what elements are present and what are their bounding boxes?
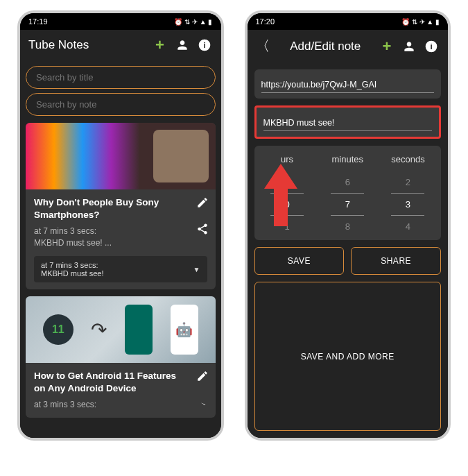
seconds-column[interactable]: seconds 2 3 4 bbox=[378, 148, 438, 237]
time-picker: urs 71 0 1 minutes 6 7 8 seconds 2 3 4 bbox=[254, 146, 442, 240]
header: 〈 Add/Edit note + i bbox=[248, 30, 449, 62]
status-time: 17:19 bbox=[28, 17, 48, 26]
chevron-down-icon[interactable]: ▼ bbox=[193, 266, 200, 273]
search-group bbox=[26, 66, 216, 116]
info-icon[interactable]: i bbox=[423, 38, 440, 55]
header: Tube Notes + i bbox=[20, 30, 221, 60]
picker-value: 1 bbox=[270, 216, 304, 237]
svg-text:i: i bbox=[203, 40, 205, 49]
picker-label: minutes bbox=[331, 148, 363, 171]
search-note-input[interactable] bbox=[26, 93, 216, 116]
video-thumbnail bbox=[26, 123, 216, 189]
picker-value-selected: 7 bbox=[331, 193, 364, 216]
android-icon: 🤖 bbox=[171, 305, 198, 355]
status-icons: ⏰ ⇅ ✈ ▲ ▮ bbox=[401, 18, 440, 26]
note-card[interactable]: 11 ↷ 🤖 How to Get Android 11 Features on… bbox=[26, 296, 216, 418]
arrow-icon: ↷ bbox=[91, 318, 107, 341]
picker-label: urs bbox=[281, 148, 293, 171]
phone-illustration bbox=[125, 305, 153, 355]
phone-left: 17:19 ⏰ ⇅ ✈ ▲ ▮ Tube Notes + i Why Don't… bbox=[17, 10, 224, 441]
status-time: 17:20 bbox=[256, 17, 275, 26]
card-meta: at 7 mins 3 secs: MKBHD must see! ... bbox=[34, 226, 207, 249]
url-input[interactable] bbox=[261, 80, 435, 93]
person-icon[interactable] bbox=[401, 38, 417, 55]
content-right: urs 71 0 1 minutes 6 7 8 seconds 2 3 4 S… bbox=[248, 62, 449, 438]
picker-value: 71 bbox=[270, 171, 304, 193]
save-and-add-more-button[interactable]: SAVE AND ADD MORE bbox=[254, 282, 442, 431]
share-icon[interactable] bbox=[196, 223, 209, 235]
picker-value-selected: 0 bbox=[270, 193, 304, 216]
card-title: Why Don't People Buy Sony Smartphones? bbox=[34, 196, 207, 221]
status-bar: 17:19 ⏰ ⇅ ✈ ▲ ▮ bbox=[20, 13, 221, 30]
app-title: Tube Notes bbox=[28, 38, 146, 52]
picker-value: 2 bbox=[391, 171, 424, 193]
picker-value: 4 bbox=[391, 216, 424, 237]
card-meta: at 3 mins 3 secs: bbox=[34, 399, 207, 411]
save-button[interactable]: SAVE bbox=[254, 247, 345, 275]
video-thumbnail: 11 ↷ 🤖 bbox=[26, 296, 216, 363]
phone-right: 17:20 ⏰ ⇅ ✈ ▲ ▮ 〈 Add/Edit note + i urs … bbox=[245, 10, 451, 441]
content-left: Why Don't People Buy Sony Smartphones? a… bbox=[20, 60, 221, 438]
svg-text:i: i bbox=[430, 42, 432, 51]
minutes-column[interactable]: minutes 6 7 8 bbox=[318, 148, 378, 237]
note-pill[interactable]: at 7 mins 3 secs: MKBHD must see! ▼ bbox=[34, 256, 207, 282]
screen-title: Add/Edit note bbox=[278, 40, 374, 53]
person-icon[interactable] bbox=[174, 37, 191, 53]
circle-icon: 11 bbox=[43, 314, 73, 345]
url-input-box bbox=[254, 69, 442, 99]
picker-value-selected: 3 bbox=[391, 193, 424, 216]
info-icon[interactable]: i bbox=[196, 37, 213, 53]
back-icon[interactable]: 〈 bbox=[256, 37, 270, 56]
status-bar: 17:20 ⏰ ⇅ ✈ ▲ ▮ bbox=[248, 13, 449, 30]
note-input-box bbox=[254, 105, 442, 139]
add-icon[interactable]: + bbox=[379, 38, 395, 55]
hours-column[interactable]: urs 71 0 1 bbox=[257, 148, 318, 237]
search-title-input[interactable] bbox=[26, 66, 216, 89]
card-title: How to Get Android 11 Features on Any An… bbox=[34, 370, 207, 395]
picker-label: seconds bbox=[391, 148, 424, 171]
share-button[interactable]: SHARE bbox=[351, 247, 441, 275]
status-icons: ⏰ ⇅ ✈ ▲ ▮ bbox=[174, 18, 212, 26]
note-input[interactable] bbox=[263, 118, 433, 131]
note-pill-text: at 7 mins 3 secs: MKBHD must see! bbox=[41, 261, 103, 278]
button-row: SAVE SHARE bbox=[254, 247, 442, 275]
edit-icon[interactable] bbox=[196, 370, 209, 382]
picker-value: 8 bbox=[331, 216, 364, 237]
picker-value: 6 bbox=[331, 171, 364, 193]
add-icon[interactable]: + bbox=[152, 37, 168, 53]
edit-icon[interactable] bbox=[196, 196, 209, 209]
share-icon[interactable] bbox=[196, 396, 209, 409]
note-card[interactable]: Why Don't People Buy Sony Smartphones? a… bbox=[26, 123, 216, 289]
